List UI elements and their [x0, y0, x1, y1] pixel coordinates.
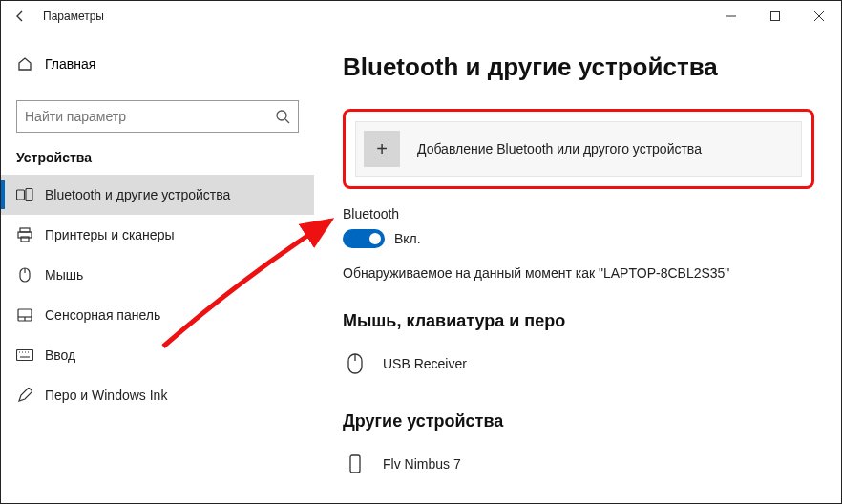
sidebar: Главная Устройства Bluetooth и другие ус…: [1, 32, 314, 503]
sidebar-item-typing[interactable]: Ввод: [1, 335, 314, 375]
plus-icon: +: [364, 131, 400, 167]
arrow-left-icon: [12, 9, 28, 24]
device-label: USB Receiver: [383, 356, 467, 371]
mouse-icon: [343, 353, 368, 374]
group-heading-input: Мышь, клавиатура и перо: [343, 311, 814, 331]
sidebar-item-mouse[interactable]: Мышь: [1, 255, 314, 295]
sidebar-item-touchpad[interactable]: Сенсорная панель: [1, 295, 314, 335]
titlebar: Параметры: [1, 1, 841, 32]
printer-icon: [16, 226, 33, 243]
phone-icon: [343, 454, 368, 473]
device-row[interactable]: Flv Nimbus 7: [343, 445, 814, 483]
svg-rect-16: [17, 350, 33, 361]
sidebar-item-bluetooth[interactable]: Bluetooth и другие устройства: [1, 175, 314, 215]
home-label: Главная: [45, 56, 95, 72]
toggle-label: Вкл.: [394, 231, 421, 246]
svg-point-4: [277, 111, 286, 120]
device-row[interactable]: USB Receiver: [343, 345, 814, 383]
app-title: Параметры: [43, 10, 104, 23]
maximize-icon: [770, 11, 780, 21]
search-input[interactable]: [16, 100, 299, 133]
sidebar-item-label: Ввод: [45, 347, 75, 363]
home-button[interactable]: Главная: [1, 45, 314, 83]
minimize-icon: [726, 11, 736, 21]
sidebar-item-label: Мышь: [45, 267, 83, 283]
devices-icon: [16, 186, 33, 203]
svg-rect-6: [17, 190, 25, 200]
main-panel: Bluetooth и другие устройства + Добавлен…: [314, 32, 841, 503]
maximize-button[interactable]: [753, 1, 797, 32]
device-label: Flv Nimbus 7: [383, 456, 461, 472]
sidebar-item-label: Сенсорная панель: [45, 307, 160, 323]
add-device-label: Добавление Bluetooth или другого устройс…: [417, 141, 702, 157]
sidebar-item-pen[interactable]: Перо и Windows Ink: [1, 375, 314, 415]
home-icon: [16, 55, 33, 73]
mouse-icon: [16, 266, 33, 284]
bluetooth-heading: Bluetooth: [343, 206, 814, 221]
touchpad-icon: [16, 306, 33, 324]
svg-rect-1: [771, 12, 780, 21]
svg-rect-7: [26, 189, 32, 201]
close-button[interactable]: [797, 1, 841, 32]
sidebar-item-label: Bluetooth и другие устройства: [45, 187, 230, 202]
minimize-button[interactable]: [709, 1, 753, 32]
close-icon: [814, 11, 824, 21]
add-device-highlight: + Добавление Bluetooth или другого устро…: [343, 109, 814, 189]
add-device-button[interactable]: + Добавление Bluetooth или другого устро…: [355, 121, 802, 177]
search-icon: [275, 109, 290, 124]
sidebar-item-printers[interactable]: Принтеры и сканеры: [1, 215, 314, 255]
keyboard-icon: [16, 346, 33, 364]
pen-icon: [16, 387, 33, 404]
page-title: Bluetooth и другие устройства: [343, 52, 814, 82]
svg-rect-24: [350, 455, 360, 472]
discoverable-text: Обнаруживаемое на данный момент как "LAP…: [343, 265, 814, 281]
svg-rect-8: [20, 228, 30, 232]
search-field[interactable]: [25, 109, 275, 124]
svg-line-5: [285, 119, 289, 123]
group-heading-other: Другие устройства: [343, 411, 814, 431]
sidebar-item-label: Перо и Windows Ink: [45, 388, 167, 403]
sidebar-item-label: Принтеры и сканеры: [45, 227, 174, 242]
bluetooth-toggle[interactable]: [343, 229, 385, 248]
back-button[interactable]: [1, 1, 39, 32]
sidebar-section-title: Устройства: [1, 150, 314, 165]
